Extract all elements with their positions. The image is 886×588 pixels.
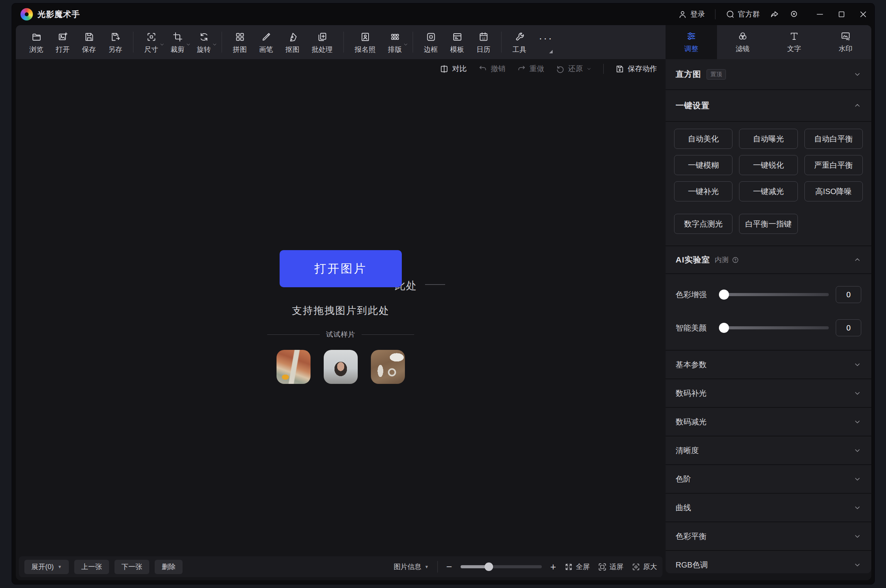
section-digital-fill-light[interactable]: 数码补光: [666, 379, 871, 408]
toolbar-label: 打开: [56, 45, 70, 54]
chevron-down-icon[interactable]: [186, 42, 191, 47]
zoom-slider[interactable]: [461, 565, 542, 568]
zoom-in-button[interactable]: +: [550, 562, 556, 572]
chevron-down-icon[interactable]: [854, 532, 861, 540]
sample-thumb-desk-flatlay[interactable]: [371, 350, 405, 384]
smart-beauty-slider[interactable]: [720, 326, 829, 329]
color-enhance-slider-handle[interactable]: [719, 290, 729, 300]
settings-button[interactable]: [789, 10, 799, 19]
pin-top-badge[interactable]: 置顶: [707, 69, 726, 80]
chevron-down-icon[interactable]: [586, 66, 592, 72]
fullscreen-icon: [565, 563, 573, 571]
toolbar-id-photo-button[interactable]: 报名照: [350, 30, 381, 54]
maximize-button[interactable]: [837, 10, 846, 19]
color-enhance-slider[interactable]: [720, 293, 829, 296]
restore-button[interactable]: 还原: [556, 64, 592, 74]
one-key-blur-button[interactable]: 一键模糊: [674, 155, 732, 175]
section-levels[interactable]: 色阶: [666, 465, 871, 494]
tab-text[interactable]: 文字: [768, 25, 820, 59]
toolbar-size-button[interactable]: 尺寸: [139, 30, 163, 54]
chevron-down-icon[interactable]: [854, 561, 861, 569]
save-action-button[interactable]: 保存动作: [615, 64, 657, 74]
previous-image-button[interactable]: 上一张: [74, 560, 109, 574]
one-key-fill-light-button[interactable]: 一键补光: [674, 181, 732, 201]
sample-thumb-canyon-road-bus[interactable]: [277, 350, 311, 384]
help-circle-icon[interactable]: [732, 256, 739, 264]
chevron-down-icon[interactable]: [854, 447, 861, 454]
minimize-button[interactable]: [816, 10, 824, 19]
toolbar-rotate-button[interactable]: 旋转: [192, 30, 216, 54]
section-rgb-tone[interactable]: RGB色调: [666, 551, 871, 573]
toolbar-browse-button[interactable]: 浏览: [24, 30, 48, 54]
chevron-down-icon[interactable]: [854, 504, 861, 511]
color-enhance-value[interactable]: 0: [836, 286, 861, 303]
toolbar-layout-button[interactable]: 排版: [383, 30, 407, 54]
sample-thumb-smiling-woman[interactable]: [324, 350, 358, 384]
zoom-slider-handle[interactable]: [485, 562, 493, 571]
one-key-dim-light-button[interactable]: 一键减光: [739, 181, 797, 201]
expand-filmstrip-button[interactable]: 展开(0) ▼: [24, 560, 69, 574]
section-curves[interactable]: 曲线: [666, 494, 871, 522]
white-balance-one-touch-button[interactable]: 白平衡一指键: [739, 214, 797, 234]
chevron-down-icon[interactable]: [212, 42, 217, 47]
toolbar-open-button[interactable]: 打开: [51, 30, 75, 54]
toolbar-brush-button[interactable]: 画笔: [254, 30, 278, 54]
tab-filter[interactable]: 滤镜: [717, 25, 768, 59]
auto-beautify-button[interactable]: 自动美化: [674, 129, 732, 149]
toolbar-cutout-button[interactable]: 抠图: [280, 30, 304, 54]
auto-exposure-button[interactable]: 自动曝光: [739, 129, 797, 149]
smart-beauty-slider-handle[interactable]: [719, 323, 729, 333]
delete-image-button[interactable]: 删除: [155, 560, 183, 574]
share-button[interactable]: [770, 10, 779, 19]
toolbar-save-button[interactable]: 保存: [77, 30, 101, 54]
redo-button[interactable]: 重做: [517, 64, 544, 74]
chevron-up-icon[interactable]: [854, 256, 861, 264]
fit-screen-button[interactable]: 适屏: [598, 562, 623, 571]
chevron-down-icon[interactable]: [159, 42, 165, 47]
high-iso-denoise-button[interactable]: 高ISO降噪: [804, 181, 863, 201]
chevron-down-icon[interactable]: [403, 42, 408, 47]
toolbar-more-button[interactable]: ···: [534, 31, 558, 53]
chevron-up-icon[interactable]: [854, 102, 861, 109]
image-info-button[interactable]: 图片信息 ▼: [394, 562, 429, 571]
toolbar-border-button[interactable]: 边框: [419, 30, 443, 54]
section-digital-dim-light[interactable]: 数码减光: [666, 408, 871, 436]
one-key-section-header[interactable]: 一键设置: [666, 90, 871, 122]
tab-adjust[interactable]: 调整: [666, 25, 717, 59]
zoom-out-button[interactable]: −: [446, 562, 452, 572]
toolbar-calendar-button[interactable]: 12 日历: [471, 30, 495, 54]
close-button[interactable]: [859, 10, 867, 19]
toolbar-save-as-button[interactable]: 另存: [103, 30, 127, 54]
original-size-button[interactable]: 原大: [632, 562, 657, 571]
one-key-sharpen-button[interactable]: 一键锐化: [739, 155, 797, 175]
original-size-label: 原大: [643, 562, 657, 571]
chevron-down-icon[interactable]: [854, 70, 861, 78]
ai-lab-section-header[interactable]: AI实验室 内测: [666, 246, 871, 274]
chevron-down-icon[interactable]: [854, 418, 861, 426]
open-image-button[interactable]: 打开图片: [280, 250, 402, 287]
section-clarity[interactable]: 清晰度: [666, 436, 871, 465]
section-color-balance[interactable]: 色彩平衡: [666, 522, 871, 551]
smart-beauty-value[interactable]: 0: [836, 319, 861, 336]
chevron-down-icon[interactable]: [854, 361, 861, 368]
section-basic-params[interactable]: 基本参数: [666, 351, 871, 379]
login-button[interactable]: 登录: [678, 9, 705, 19]
digital-spot-metering-button[interactable]: 数字点测光: [674, 214, 732, 234]
severe-white-balance-button[interactable]: 严重白平衡: [804, 155, 863, 175]
fullscreen-button[interactable]: 全屏: [565, 562, 590, 571]
undo-button[interactable]: 撤销: [478, 64, 505, 74]
toolbar-crop-button[interactable]: 裁剪: [166, 30, 189, 54]
toolbar-collage-button[interactable]: 拼图: [228, 30, 252, 54]
histogram-section-header[interactable]: 直方图 置顶: [666, 59, 871, 90]
chevron-down-icon[interactable]: [854, 389, 861, 397]
official-group-button[interactable]: 官方群: [726, 9, 760, 19]
toolbar-batch-button[interactable]: 批处理: [307, 30, 338, 54]
next-image-button[interactable]: 下一张: [114, 560, 149, 574]
auto-white-balance-button[interactable]: 自动白平衡: [804, 129, 863, 149]
tab-watermark[interactable]: 水印: [820, 25, 871, 59]
toolbar-template-button[interactable]: 模板: [445, 30, 469, 54]
toolbar-label: 排版: [388, 45, 402, 54]
chevron-down-icon[interactable]: [854, 475, 861, 483]
toolbar-tools-button[interactable]: 工具: [507, 30, 531, 54]
compare-button[interactable]: 对比: [440, 64, 467, 74]
